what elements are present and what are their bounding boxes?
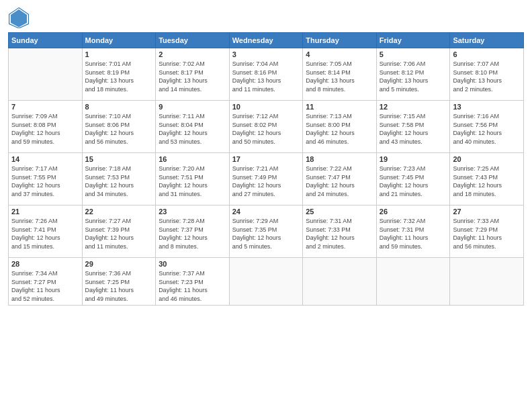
day-number: 30 [159, 260, 226, 268]
day-number: 6 [453, 50, 521, 58]
logo-icon [8, 7, 30, 28]
day-number: 8 [85, 103, 153, 111]
weekday-header-sunday: Sunday [9, 33, 83, 48]
day-info: Sunrise: 7:12 AM Sunset: 8:02 PM Dayligh… [232, 112, 300, 146]
day-info: Sunrise: 7:11 AM Sunset: 8:04 PM Dayligh… [159, 112, 226, 146]
day-info: Sunrise: 7:05 AM Sunset: 8:14 PM Dayligh… [306, 60, 373, 93]
calendar-cell [376, 258, 450, 306]
calendar-cell: 19Sunrise: 7:23 AM Sunset: 7:45 PM Dayli… [376, 153, 450, 205]
day-info: Sunrise: 7:26 AM Sunset: 7:41 PM Dayligh… [11, 217, 79, 250]
day-info: Sunrise: 7:33 AM Sunset: 7:29 PM Dayligh… [453, 217, 521, 250]
calendar-cell: 7Sunrise: 7:09 AM Sunset: 8:08 PM Daylig… [9, 101, 83, 153]
day-info: Sunrise: 7:29 AM Sunset: 7:35 PM Dayligh… [232, 217, 300, 250]
day-info: Sunrise: 7:37 AM Sunset: 7:23 PM Dayligh… [159, 269, 226, 303]
day-number: 15 [85, 155, 153, 163]
week-row-4: 21Sunrise: 7:26 AM Sunset: 7:41 PM Dayli… [9, 205, 524, 258]
day-info: Sunrise: 7:34 AM Sunset: 7:27 PM Dayligh… [11, 269, 79, 303]
day-number: 10 [232, 103, 300, 111]
calendar-cell: 25Sunrise: 7:31 AM Sunset: 7:33 PM Dayli… [303, 205, 377, 258]
day-info: Sunrise: 7:23 AM Sunset: 7:45 PM Dayligh… [380, 165, 447, 198]
calendar-cell: 29Sunrise: 7:36 AM Sunset: 7:25 PM Dayli… [82, 258, 156, 306]
day-number: 5 [380, 50, 447, 58]
day-info: Sunrise: 7:07 AM Sunset: 8:10 PM Dayligh… [453, 60, 521, 93]
day-number: 24 [232, 208, 300, 216]
day-number: 14 [11, 155, 79, 163]
day-number: 13 [453, 103, 521, 111]
calendar-cell: 13Sunrise: 7:16 AM Sunset: 7:56 PM Dayli… [450, 101, 524, 153]
svg-marker-0 [11, 9, 27, 27]
calendar-cell: 26Sunrise: 7:32 AM Sunset: 7:31 PM Dayli… [376, 205, 450, 258]
day-number: 22 [85, 208, 153, 216]
calendar-cell [450, 258, 524, 306]
day-number: 12 [380, 103, 447, 111]
calendar-cell: 30Sunrise: 7:37 AM Sunset: 7:23 PM Dayli… [156, 258, 230, 306]
calendar-cell: 23Sunrise: 7:28 AM Sunset: 7:37 PM Dayli… [156, 205, 230, 258]
calendar-cell: 21Sunrise: 7:26 AM Sunset: 7:41 PM Dayli… [9, 205, 83, 258]
calendar-cell: 9Sunrise: 7:11 AM Sunset: 8:04 PM Daylig… [156, 101, 230, 153]
calendar-cell: 12Sunrise: 7:15 AM Sunset: 7:58 PM Dayli… [376, 101, 450, 153]
day-info: Sunrise: 7:20 AM Sunset: 7:51 PM Dayligh… [159, 165, 226, 198]
day-info: Sunrise: 7:32 AM Sunset: 7:31 PM Dayligh… [380, 217, 447, 250]
calendar-cell: 6Sunrise: 7:07 AM Sunset: 8:10 PM Daylig… [450, 48, 524, 101]
header-row: SundayMondayTuesdayWednesdayThursdayFrid… [9, 33, 524, 48]
calendar-cell: 1Sunrise: 7:01 AM Sunset: 8:19 PM Daylig… [82, 48, 156, 101]
day-info: Sunrise: 7:31 AM Sunset: 7:33 PM Dayligh… [306, 217, 373, 250]
day-number: 21 [11, 208, 79, 216]
calendar-cell: 3Sunrise: 7:04 AM Sunset: 8:16 PM Daylig… [229, 48, 303, 101]
weekday-header-monday: Monday [82, 33, 156, 48]
day-info: Sunrise: 7:06 AM Sunset: 8:12 PM Dayligh… [380, 60, 447, 93]
logo [8, 7, 32, 28]
calendar-cell: 28Sunrise: 7:34 AM Sunset: 7:27 PM Dayli… [9, 258, 83, 306]
calendar-cell: 2Sunrise: 7:02 AM Sunset: 8:17 PM Daylig… [156, 48, 230, 101]
weekday-header-saturday: Saturday [450, 33, 524, 48]
day-number: 19 [380, 155, 447, 163]
day-info: Sunrise: 7:22 AM Sunset: 7:47 PM Dayligh… [306, 165, 373, 198]
calendar-cell: 22Sunrise: 7:27 AM Sunset: 7:39 PM Dayli… [82, 205, 156, 258]
day-number: 7 [11, 103, 79, 111]
day-info: Sunrise: 7:36 AM Sunset: 7:25 PM Dayligh… [85, 269, 153, 303]
calendar-cell: 20Sunrise: 7:25 AM Sunset: 7:43 PM Dayli… [450, 153, 524, 205]
day-info: Sunrise: 7:18 AM Sunset: 7:53 PM Dayligh… [85, 165, 153, 198]
day-number: 26 [380, 208, 447, 216]
day-number: 28 [11, 260, 79, 268]
day-number: 17 [232, 155, 300, 163]
day-number: 18 [306, 155, 373, 163]
calendar-cell: 27Sunrise: 7:33 AM Sunset: 7:29 PM Dayli… [450, 205, 524, 258]
day-number: 25 [306, 208, 373, 216]
day-info: Sunrise: 7:01 AM Sunset: 8:19 PM Dayligh… [85, 60, 153, 93]
day-number: 4 [306, 50, 373, 58]
calendar-cell: 16Sunrise: 7:20 AM Sunset: 7:51 PM Dayli… [156, 153, 230, 205]
day-number: 16 [159, 155, 226, 163]
day-info: Sunrise: 7:10 AM Sunset: 8:06 PM Dayligh… [85, 112, 153, 146]
weekday-header-thursday: Thursday [303, 33, 377, 48]
calendar-cell: 24Sunrise: 7:29 AM Sunset: 7:35 PM Dayli… [229, 205, 303, 258]
day-info: Sunrise: 7:17 AM Sunset: 7:55 PM Dayligh… [11, 165, 79, 198]
week-row-2: 7Sunrise: 7:09 AM Sunset: 8:08 PM Daylig… [9, 101, 524, 153]
calendar-cell: 11Sunrise: 7:13 AM Sunset: 8:00 PM Dayli… [303, 101, 377, 153]
calendar-cell: 14Sunrise: 7:17 AM Sunset: 7:55 PM Dayli… [9, 153, 83, 205]
calendar-cell [303, 258, 377, 306]
day-number: 3 [232, 50, 300, 58]
weekday-header-friday: Friday [376, 33, 450, 48]
day-info: Sunrise: 7:25 AM Sunset: 7:43 PM Dayligh… [453, 165, 521, 198]
day-number: 1 [85, 50, 153, 58]
week-row-1: 1Sunrise: 7:01 AM Sunset: 8:19 PM Daylig… [9, 48, 524, 101]
calendar-cell: 10Sunrise: 7:12 AM Sunset: 8:02 PM Dayli… [229, 101, 303, 153]
day-info: Sunrise: 7:04 AM Sunset: 8:16 PM Dayligh… [232, 60, 300, 93]
calendar-cell: 5Sunrise: 7:06 AM Sunset: 8:12 PM Daylig… [376, 48, 450, 101]
header [8, 7, 524, 28]
calendar-cell: 4Sunrise: 7:05 AM Sunset: 8:14 PM Daylig… [303, 48, 377, 101]
week-row-5: 28Sunrise: 7:34 AM Sunset: 7:27 PM Dayli… [9, 258, 524, 306]
day-number: 11 [306, 103, 373, 111]
day-info: Sunrise: 7:28 AM Sunset: 7:37 PM Dayligh… [159, 217, 226, 250]
day-number: 20 [453, 155, 521, 163]
day-info: Sunrise: 7:16 AM Sunset: 7:56 PM Dayligh… [453, 112, 521, 146]
calendar-cell: 15Sunrise: 7:18 AM Sunset: 7:53 PM Dayli… [82, 153, 156, 205]
day-info: Sunrise: 7:21 AM Sunset: 7:49 PM Dayligh… [232, 165, 300, 198]
calendar-cell: 17Sunrise: 7:21 AM Sunset: 7:49 PM Dayli… [229, 153, 303, 205]
calendar-cell: 8Sunrise: 7:10 AM Sunset: 8:06 PM Daylig… [82, 101, 156, 153]
day-number: 29 [85, 260, 153, 268]
week-row-3: 14Sunrise: 7:17 AM Sunset: 7:55 PM Dayli… [9, 153, 524, 205]
day-number: 23 [159, 208, 226, 216]
day-info: Sunrise: 7:09 AM Sunset: 8:08 PM Dayligh… [11, 112, 79, 146]
